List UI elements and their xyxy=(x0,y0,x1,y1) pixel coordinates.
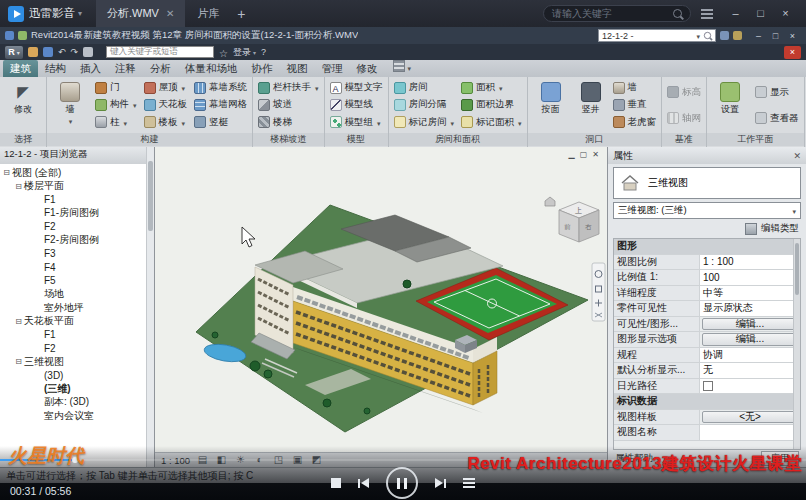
model-text-button[interactable]: 模型文字 xyxy=(328,80,385,96)
tree-item[interactable]: ⊟ 楼层平面 xyxy=(0,180,154,194)
undo-icon[interactable]: ↶ xyxy=(58,44,66,60)
vertical-opening-button[interactable]: 垂直 xyxy=(611,97,659,113)
close-icon[interactable]: ✕ xyxy=(793,151,801,161)
search-icon[interactable] xyxy=(704,32,711,39)
set-work-plane-button[interactable]: 设置 xyxy=(710,78,750,132)
property-value[interactable]: 中等 xyxy=(700,286,800,301)
viewcube[interactable]: 上 前 右 xyxy=(545,197,599,242)
curtain-grid-button[interactable]: 幕墙网格 xyxy=(192,97,249,113)
ribbon-display-toggle[interactable] xyxy=(393,57,412,75)
property-row[interactable]: 视图比例 1 : 100 xyxy=(614,255,800,271)
property-value[interactable] xyxy=(700,425,800,440)
drawing-area[interactable]: ▁ ▢ ✕ xyxy=(155,147,607,452)
opening-by-face-button[interactable]: 按面 xyxy=(531,78,571,132)
browser-scrollbar[interactable] xyxy=(146,147,154,467)
player-tab-video[interactable]: 分析.WMV ✕ xyxy=(96,0,185,27)
infocenter-keyword-input[interactable]: 键入关键字或短语 xyxy=(106,46,214,58)
tree-item[interactable]: F2 xyxy=(0,220,154,234)
player-tab-library[interactable]: 片库 xyxy=(185,6,231,21)
property-row[interactable]: 规程 协调 xyxy=(614,348,800,364)
open-icon[interactable] xyxy=(18,31,27,40)
area-button[interactable]: 面积 xyxy=(459,80,524,96)
viewcube-home-icon[interactable] xyxy=(545,197,555,206)
dormer-button[interactable]: 老虎窗 xyxy=(611,114,659,130)
save-icon[interactable] xyxy=(5,31,14,40)
tree-item[interactable]: (3D) xyxy=(0,369,154,383)
property-row[interactable]: 图形显示选项 编辑... xyxy=(614,332,800,348)
property-value[interactable]: 协调 xyxy=(700,348,800,363)
type-combo[interactable]: 三维视图: (三维) xyxy=(613,202,801,219)
properties-scrollbar[interactable] xyxy=(793,239,800,449)
next-button[interactable] xyxy=(435,478,446,488)
application-menu-button[interactable]: R xyxy=(5,46,23,59)
tree-expand-icon[interactable]: ⊟ xyxy=(14,357,23,366)
property-row[interactable]: 默认分析显示... 无 xyxy=(614,363,800,379)
property-row[interactable]: 日光路径 xyxy=(614,379,800,395)
tab-insert[interactable]: 插入 xyxy=(73,60,108,77)
view-minimize-icon[interactable]: ▁ xyxy=(569,150,575,160)
room-separator-button[interactable]: 房间分隔 xyxy=(392,97,457,113)
tab-close-icon[interactable]: ✕ xyxy=(166,8,174,19)
revit-close-button[interactable]: × xyxy=(784,31,801,41)
tab-manage[interactable]: 管理 xyxy=(315,60,350,77)
property-value[interactable]: 编辑... xyxy=(702,333,798,346)
level-button[interactable]: 标高 xyxy=(665,84,703,100)
tree-item[interactable]: F2 xyxy=(0,342,154,356)
search-caret-icon[interactable] xyxy=(695,31,700,41)
project-browser-title[interactable]: 12-1-2 - 项目浏览器 xyxy=(0,147,154,164)
property-value[interactable]: 100 xyxy=(700,270,800,285)
roof-button[interactable]: 屋顶 xyxy=(142,80,190,96)
revit-minimize-button[interactable]: – xyxy=(750,31,767,41)
navigation-bar[interactable] xyxy=(592,263,605,321)
tree-item[interactable]: ⊟ 天花板平面 xyxy=(0,315,154,329)
wall-button[interactable]: 墙 xyxy=(50,78,90,132)
player-minimize-button[interactable]: – xyxy=(723,0,748,27)
component-button[interactable]: 构件 xyxy=(93,97,139,113)
wall-opening-button[interactable]: 墙 xyxy=(611,80,659,96)
search-icon[interactable] xyxy=(673,9,682,18)
tag-area-button[interactable]: 标记面积 xyxy=(459,114,524,130)
player-close-button[interactable]: × xyxy=(773,0,798,27)
view-close-icon[interactable]: ✕ xyxy=(592,150,599,160)
exchange-apps-icon[interactable] xyxy=(720,31,729,40)
player-maximize-button[interactable]: □ xyxy=(748,0,773,27)
tree-expand-icon[interactable]: ⊟ xyxy=(14,317,23,326)
tab-annotate[interactable]: 注释 xyxy=(108,60,143,77)
railing-button[interactable]: 栏杆扶手 xyxy=(256,80,321,96)
tree-expand-icon[interactable]: ⊟ xyxy=(14,182,23,191)
property-row[interactable]: 视图名称 xyxy=(614,425,800,441)
viewcube-front-label[interactable]: 前 xyxy=(564,223,571,230)
viewcube-right-label[interactable]: 右 xyxy=(585,223,592,231)
favorites-icon[interactable] xyxy=(219,43,228,61)
tree-item[interactable]: 室外地坪 xyxy=(0,301,154,315)
property-row[interactable]: 标识数据 xyxy=(614,394,800,410)
tree-item[interactable]: 场地 xyxy=(0,288,154,302)
play-pause-button[interactable] xyxy=(386,467,418,499)
property-row[interactable]: 视图样板 <无> xyxy=(614,410,800,426)
property-value[interactable]: 1 : 100 xyxy=(700,255,800,270)
sign-in-button[interactable]: 登录 xyxy=(233,46,256,59)
tab-modify[interactable]: 修改 xyxy=(350,60,385,77)
tab-massing-site[interactable]: 体量和场地 xyxy=(178,60,245,77)
door-button[interactable]: 门 xyxy=(93,80,139,96)
tab-architecture[interactable]: 建筑 xyxy=(3,60,38,77)
model-group-button[interactable]: 模型组 xyxy=(328,114,385,130)
main-menu-icon[interactable] xyxy=(701,13,713,15)
ceiling-button[interactable]: 天花板 xyxy=(142,97,190,113)
tree-item[interactable]: ⊟ 三维视图 xyxy=(0,355,154,369)
tree-item[interactable]: ⊟ 视图 (全部) xyxy=(0,166,154,180)
curtain-system-button[interactable]: 幕墙系统 xyxy=(192,80,249,96)
tag-room-button[interactable]: 标记房间 xyxy=(392,114,457,130)
stop-button[interactable] xyxy=(331,478,341,488)
print-icon[interactable] xyxy=(83,47,93,57)
model-3d-view[interactable]: 上 前 右 xyxy=(155,147,607,452)
property-value[interactable]: 无 xyxy=(700,363,800,378)
tree-item[interactable]: 副本: (3D) xyxy=(0,396,154,410)
new-tab-button[interactable]: + xyxy=(231,6,251,22)
redo-icon[interactable]: ↷ xyxy=(71,44,79,60)
column-button[interactable]: 柱 xyxy=(93,114,139,130)
model-line-button[interactable]: 模型线 xyxy=(328,97,385,113)
document-close-button[interactable]: × xyxy=(784,46,801,59)
show-work-plane-button[interactable]: 显示 xyxy=(753,84,801,100)
tree-item[interactable]: F2-房间图例 xyxy=(0,234,154,248)
